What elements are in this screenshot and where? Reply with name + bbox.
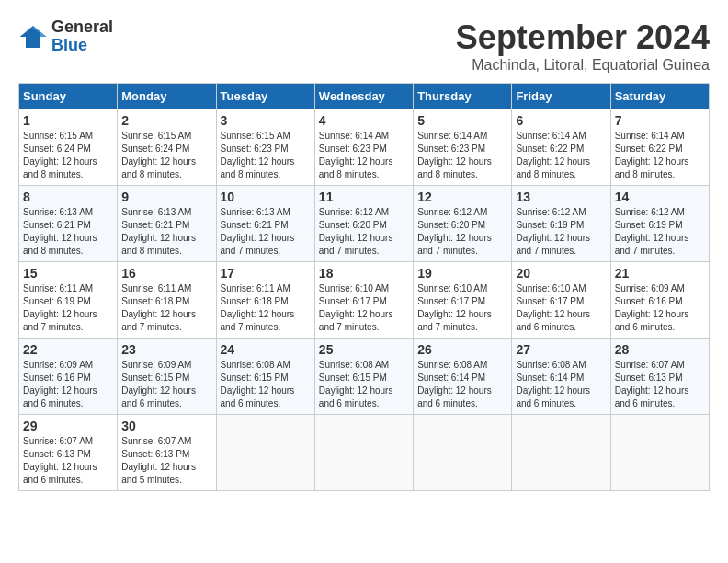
day-info: Sunrise: 6:14 AM Sunset: 6:22 PM Dayligh…	[516, 130, 606, 181]
calendar-cell: 27 Sunrise: 6:08 AM Sunset: 6:14 PM Dayl…	[512, 339, 610, 415]
day-number: 29	[23, 419, 113, 433]
day-number: 7	[615, 113, 705, 128]
calendar-cell	[216, 415, 314, 491]
calendar-cell: 10 Sunrise: 6:13 AM Sunset: 6:21 PM Dayl…	[216, 186, 314, 262]
calendar-cell: 16 Sunrise: 6:11 AM Sunset: 6:18 PM Dayl…	[118, 262, 216, 339]
calendar-table: Sunday Monday Tuesday Wednesday Thursday…	[18, 83, 710, 491]
day-info: Sunrise: 6:08 AM Sunset: 6:15 PM Dayligh…	[221, 359, 311, 410]
day-number: 5	[417, 113, 507, 128]
day-number: 21	[615, 266, 705, 281]
day-info: Sunrise: 6:11 AM Sunset: 6:18 PM Dayligh…	[221, 282, 311, 334]
day-info: Sunrise: 6:07 AM Sunset: 6:13 PM Dayligh…	[23, 435, 113, 487]
col-tuesday: Tuesday	[216, 84, 314, 109]
day-info: Sunrise: 6:08 AM Sunset: 6:14 PM Dayligh…	[516, 359, 606, 410]
day-number: 12	[417, 190, 507, 204]
day-number: 10	[221, 190, 311, 204]
calendar-week-row: 15 Sunrise: 6:11 AM Sunset: 6:19 PM Dayl…	[19, 262, 710, 339]
calendar-cell: 21 Sunrise: 6:09 AM Sunset: 6:16 PM Dayl…	[610, 262, 709, 339]
day-number: 27	[516, 342, 606, 357]
day-number: 18	[319, 266, 409, 281]
logo-icon	[18, 22, 48, 52]
page-header: General Blue September 2024 Machinda, Li…	[18, 18, 710, 74]
title-section: September 2024 Machinda, Litoral, Equato…	[456, 18, 710, 74]
day-info: Sunrise: 6:15 AM Sunset: 6:23 PM Dayligh…	[221, 130, 311, 181]
calendar-cell: 24 Sunrise: 6:08 AM Sunset: 6:15 PM Dayl…	[216, 339, 314, 415]
day-info: Sunrise: 6:08 AM Sunset: 6:15 PM Dayligh…	[319, 359, 409, 410]
calendar-cell: 17 Sunrise: 6:11 AM Sunset: 6:18 PM Dayl…	[216, 262, 314, 339]
calendar-cell: 30 Sunrise: 6:07 AM Sunset: 6:13 PM Dayl…	[118, 415, 216, 491]
calendar-cell: 3 Sunrise: 6:15 AM Sunset: 6:23 PM Dayli…	[216, 109, 314, 186]
col-thursday: Thursday	[414, 84, 512, 109]
day-number: 24	[221, 342, 311, 357]
day-info: Sunrise: 6:12 AM Sunset: 6:19 PM Dayligh…	[516, 206, 606, 258]
calendar-cell	[610, 415, 709, 491]
day-number: 2	[121, 113, 211, 128]
logo: General Blue	[18, 18, 113, 55]
calendar-cell: 25 Sunrise: 6:08 AM Sunset: 6:15 PM Dayl…	[314, 339, 413, 415]
day-info: Sunrise: 6:14 AM Sunset: 6:22 PM Dayligh…	[615, 130, 705, 181]
calendar-cell	[512, 415, 610, 491]
day-info: Sunrise: 6:11 AM Sunset: 6:19 PM Dayligh…	[23, 282, 113, 334]
calendar-cell	[414, 415, 512, 491]
day-info: Sunrise: 6:09 AM Sunset: 6:15 PM Dayligh…	[121, 359, 211, 410]
calendar-cell: 28 Sunrise: 6:07 AM Sunset: 6:13 PM Dayl…	[610, 339, 709, 415]
day-info: Sunrise: 6:12 AM Sunset: 6:20 PM Dayligh…	[319, 206, 409, 258]
logo-text-general: General	[51, 18, 113, 37]
day-info: Sunrise: 6:13 AM Sunset: 6:21 PM Dayligh…	[221, 206, 311, 258]
day-info: Sunrise: 6:10 AM Sunset: 6:17 PM Dayligh…	[417, 282, 507, 334]
calendar-cell: 13 Sunrise: 6:12 AM Sunset: 6:19 PM Dayl…	[512, 186, 610, 262]
col-wednesday: Wednesday	[314, 84, 413, 109]
day-number: 6	[516, 113, 606, 128]
day-info: Sunrise: 6:10 AM Sunset: 6:17 PM Dayligh…	[319, 282, 409, 334]
calendar-week-row: 1 Sunrise: 6:15 AM Sunset: 6:24 PM Dayli…	[19, 109, 710, 186]
calendar-cell: 18 Sunrise: 6:10 AM Sunset: 6:17 PM Dayl…	[314, 262, 413, 339]
calendar-cell: 2 Sunrise: 6:15 AM Sunset: 6:24 PM Dayli…	[118, 109, 216, 186]
day-number: 13	[516, 190, 606, 204]
day-number: 22	[23, 342, 113, 357]
day-number: 8	[23, 190, 113, 204]
day-number: 20	[516, 266, 606, 281]
calendar-header-row: Sunday Monday Tuesday Wednesday Thursday…	[19, 84, 710, 109]
day-number: 11	[319, 190, 409, 204]
day-info: Sunrise: 6:15 AM Sunset: 6:24 PM Dayligh…	[121, 130, 211, 181]
calendar-cell: 14 Sunrise: 6:12 AM Sunset: 6:19 PM Dayl…	[610, 186, 709, 262]
day-number: 23	[121, 342, 211, 357]
day-info: Sunrise: 6:12 AM Sunset: 6:19 PM Dayligh…	[615, 206, 705, 258]
day-info: Sunrise: 6:10 AM Sunset: 6:17 PM Dayligh…	[516, 282, 606, 334]
col-sunday: Sunday	[19, 84, 118, 109]
day-info: Sunrise: 6:13 AM Sunset: 6:21 PM Dayligh…	[121, 206, 211, 258]
day-number: 17	[221, 266, 311, 281]
calendar-cell: 9 Sunrise: 6:13 AM Sunset: 6:21 PM Dayli…	[118, 186, 216, 262]
day-info: Sunrise: 6:08 AM Sunset: 6:14 PM Dayligh…	[417, 359, 507, 410]
calendar-cell: 4 Sunrise: 6:14 AM Sunset: 6:23 PM Dayli…	[314, 109, 413, 186]
day-number: 9	[121, 190, 211, 204]
calendar-cell: 6 Sunrise: 6:14 AM Sunset: 6:22 PM Dayli…	[512, 109, 610, 186]
day-info: Sunrise: 6:07 AM Sunset: 6:13 PM Dayligh…	[121, 435, 211, 487]
calendar-cell: 12 Sunrise: 6:12 AM Sunset: 6:20 PM Dayl…	[414, 186, 512, 262]
day-number: 26	[417, 342, 507, 357]
day-info: Sunrise: 6:09 AM Sunset: 6:16 PM Dayligh…	[23, 359, 113, 410]
calendar-cell: 1 Sunrise: 6:15 AM Sunset: 6:24 PM Dayli…	[19, 109, 118, 186]
calendar-cell: 5 Sunrise: 6:14 AM Sunset: 6:23 PM Dayli…	[414, 109, 512, 186]
calendar-cell: 26 Sunrise: 6:08 AM Sunset: 6:14 PM Dayl…	[414, 339, 512, 415]
calendar-cell: 8 Sunrise: 6:13 AM Sunset: 6:21 PM Dayli…	[19, 186, 118, 262]
day-info: Sunrise: 6:14 AM Sunset: 6:23 PM Dayligh…	[417, 130, 507, 181]
logo-text-blue: Blue	[51, 37, 113, 55]
day-number: 25	[319, 342, 409, 357]
day-number: 1	[23, 113, 113, 128]
col-saturday: Saturday	[610, 84, 709, 109]
day-number: 30	[121, 419, 211, 433]
month-title: September 2024	[456, 18, 710, 57]
calendar-cell: 19 Sunrise: 6:10 AM Sunset: 6:17 PM Dayl…	[414, 262, 512, 339]
day-number: 3	[221, 113, 311, 128]
location-title: Machinda, Litoral, Equatorial Guinea	[456, 57, 710, 74]
day-info: Sunrise: 6:13 AM Sunset: 6:21 PM Dayligh…	[23, 206, 113, 258]
day-info: Sunrise: 6:14 AM Sunset: 6:23 PM Dayligh…	[319, 130, 409, 181]
day-number: 4	[319, 113, 409, 128]
day-number: 28	[615, 342, 705, 357]
calendar-cell	[314, 415, 413, 491]
day-info: Sunrise: 6:09 AM Sunset: 6:16 PM Dayligh…	[615, 282, 705, 334]
col-friday: Friday	[512, 84, 610, 109]
calendar-cell: 29 Sunrise: 6:07 AM Sunset: 6:13 PM Dayl…	[19, 415, 118, 491]
calendar-cell: 20 Sunrise: 6:10 AM Sunset: 6:17 PM Dayl…	[512, 262, 610, 339]
